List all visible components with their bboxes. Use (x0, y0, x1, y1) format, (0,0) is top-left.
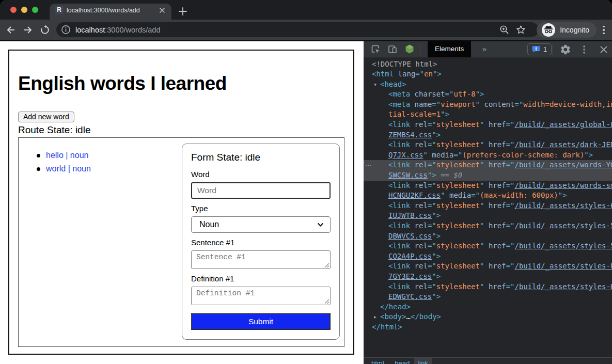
node-options-gutter-icon[interactable]: ⋯ (365, 161, 372, 171)
devtools-breadcrumbs: htmlheadlink (364, 357, 612, 364)
incognito-label: Incognito (560, 26, 589, 34)
word-input[interactable] (191, 182, 331, 199)
breadcrumb-head[interactable]: head (391, 358, 413, 364)
dom-node-line[interactable]: <link rel="stylesheet" href="/build/_ass… (364, 241, 612, 251)
breadcrumb-html[interactable]: html (368, 358, 388, 364)
issues-count: 1 (543, 45, 547, 53)
browser-toolbar: localhost:3000/words/add (0, 20, 612, 40)
type-select[interactable]: Noun (191, 216, 331, 233)
issues-chat-icon (532, 45, 540, 53)
dom-node-line[interactable]: ▸<body>…</body> (364, 312, 612, 322)
forward-button-icon[interactable] (22, 24, 34, 36)
dom-node-line[interactable]: Q7JX.css" media="(prefers-color-scheme: … (364, 150, 612, 161)
tab-title: localhost:3000/words/add (67, 6, 140, 14)
issues-counter[interactable]: 1 (527, 43, 552, 55)
device-toolbar-icon[interactable] (387, 44, 398, 54)
chevron-down-icon (317, 221, 324, 228)
word-link-hello[interactable]: hello | noun (46, 151, 88, 160)
type-select-value: Noun (199, 220, 219, 229)
zoom-icon[interactable] (499, 25, 509, 35)
back-button-icon[interactable] (5, 24, 17, 36)
dom-node-line[interactable]: </head> (364, 302, 612, 312)
dom-node-line-selected[interactable]: ⋯<link rel="stylesheet" href="/build/_as… (364, 160, 612, 170)
remix-favicon-icon: R (55, 6, 64, 14)
app-container: English words I learned Add new word Rou… (8, 50, 354, 355)
word-list: hello | noun world | noun (19, 149, 91, 176)
expand-arrow-open-icon[interactable]: ▾ (374, 80, 376, 90)
dom-node-line[interactable]: <meta charset="utf-8"> (364, 89, 612, 100)
dom-node-line[interactable]: ZEMBS4.css"> (364, 130, 612, 140)
traffic-light-minimize-button[interactable] (21, 7, 27, 13)
url-text[interactable]: localhost:3000/words/add (75, 25, 160, 35)
browser-tab[interactable]: R localhost:3000/words/add (50, 4, 171, 20)
reload-button-icon[interactable] (39, 24, 51, 36)
dom-node-line[interactable]: <!DOCTYPE html> (364, 59, 612, 70)
dom-node-line[interactable]: </html> (364, 322, 612, 333)
toolbar-separator (420, 43, 420, 55)
dom-node-line[interactable]: IUJWTB.css"> (364, 211, 612, 221)
nodejs-extension-icon[interactable] (404, 44, 415, 54)
dom-node-line[interactable]: <meta name="viewport" content="width=dev… (364, 100, 612, 110)
devtools-toolbar: Elements » 1 (364, 41, 612, 57)
word-list-item: hello | noun (19, 149, 91, 162)
settings-gear-icon[interactable] (560, 44, 571, 55)
dom-node-line[interactable]: 7GY3E2.css"> (364, 272, 612, 282)
submit-button[interactable]: Submit (191, 313, 331, 330)
address-bar[interactable]: localhost:3000/words/add (56, 22, 539, 37)
dom-node-line[interactable]: DBWVCS.css"> (364, 231, 612, 242)
incognito-badge[interactable]: Incognito (537, 22, 597, 38)
url-path: :3000/words/add (105, 26, 160, 34)
site-info-icon[interactable] (61, 25, 71, 35)
page-viewport: English words I learned Add new word Rou… (0, 41, 364, 364)
word-label: Word (191, 170, 331, 179)
dom-node-line[interactable]: <link rel="stylesheet" href="/build/_ass… (364, 181, 612, 191)
dom-node-line[interactable]: <link rel="stylesheet" href="/build/_ass… (364, 120, 612, 130)
expand-arrow-closed-icon[interactable]: ▸ (374, 312, 376, 322)
dom-node-line[interactable]: ▾<head> (364, 80, 612, 90)
inspect-element-icon[interactable] (370, 44, 381, 54)
words-panel: hello | noun world | noun Form State: id… (18, 137, 344, 347)
dom-node-line[interactable]: tial-scale=1"> (364, 109, 612, 120)
add-word-form: Form State: idle Word Type Noun Sentence… (182, 144, 340, 340)
dom-node-line[interactable]: <link rel="stylesheet" href="/build/_ass… (364, 140, 612, 150)
elements-tree[interactable]: <!DOCTYPE html><html lang="en">▾<head><m… (364, 58, 612, 347)
dom-node-line[interactable]: <html lang="en"> (364, 69, 612, 80)
devtools-panel: Elements » 1 (364, 41, 612, 364)
dom-node-line[interactable]: <link rel="stylesheet" href="/build/_ass… (364, 282, 612, 292)
definition-textarea[interactable] (191, 287, 331, 305)
new-tab-button[interactable] (176, 4, 190, 19)
breadcrumb-link[interactable]: link (414, 358, 432, 364)
word-list-item: world | noun (19, 162, 91, 176)
route-state-text: Route State: idle (18, 124, 90, 136)
dom-node-line[interactable]: <link rel="stylesheet" href="/build/_ass… (364, 221, 612, 231)
word-link-world[interactable]: world | noun (46, 164, 91, 173)
traffic-light-maximize-button[interactable] (32, 7, 38, 13)
devtools-close-icon[interactable] (598, 44, 609, 55)
type-label: Type (191, 204, 331, 213)
add-new-word-button[interactable]: Add new word (18, 112, 74, 122)
dom-node-line[interactable]: <link rel="stylesheet" href="/build/_ass… (364, 261, 612, 272)
more-tabs-icon[interactable]: » (479, 43, 490, 55)
toolbar-separator (553, 43, 553, 55)
form-state-text: Form State: idle (191, 151, 331, 164)
browser-window: R localhost:3000/words/add (0, 0, 612, 364)
browser-menu-kebab-icon[interactable] (599, 24, 609, 36)
dom-node-line-selected[interactable]: SWCSW.css"> == $0 (364, 170, 612, 181)
devtools-menu-kebab-icon[interactable] (578, 44, 590, 55)
tab-close-icon[interactable] (158, 6, 166, 14)
sentence-label: Sentence #1 (191, 238, 331, 247)
incognito-avatar-icon (542, 23, 555, 37)
tab-strip: R localhost:3000/words/add (0, 0, 612, 20)
sentence-textarea[interactable] (191, 250, 331, 269)
bookmark-star-icon[interactable] (515, 24, 526, 35)
dom-node-line[interactable]: CO2A4P.css"> (364, 251, 612, 262)
tab-elements[interactable]: Elements (428, 41, 471, 57)
dom-node-line[interactable]: <link rel="stylesheet" href="/build/_ass… (364, 201, 612, 211)
dom-node-line[interactable]: EDWGYC.css"> (364, 292, 612, 302)
page-title: English words I learned (18, 72, 227, 95)
dom-node-line[interactable]: HCNGU2KF.css" media="(max-width: 600px)"… (364, 191, 612, 201)
traffic-light-close-button[interactable] (10, 7, 17, 13)
definition-label: Definition #1 (191, 274, 331, 283)
url-host: localhost (75, 26, 105, 34)
